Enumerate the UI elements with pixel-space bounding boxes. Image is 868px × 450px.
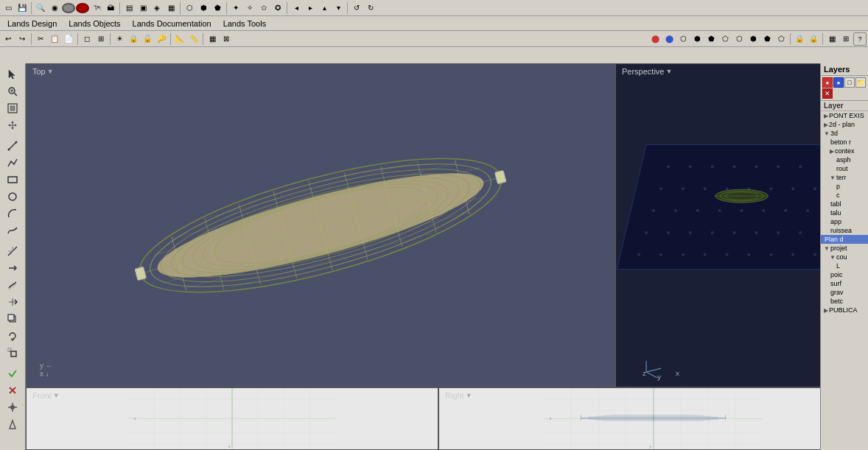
layer-asph[interactable]: asph [821,155,868,164]
tb-icon16[interactable]: ◂ [290,1,303,15]
layer-2d-plan[interactable]: ▶2d - plan [821,120,868,129]
tb-icon13[interactable]: ✧ [243,1,256,15]
tool-polyline[interactable] [4,155,21,171]
tb-icon18[interactable]: ▴ [318,1,331,15]
menu-lands-tools[interactable]: Lands Tools [217,18,273,29]
tb-new[interactable]: ▭ [1,1,15,15]
layer-beton[interactable]: beton r [821,138,868,147]
layer-projet[interactable]: ▼projet [821,244,868,253]
tool-arc[interactable] [4,205,21,222]
tb-globe[interactable]: ◉ [48,1,61,15]
tb3-icon4[interactable]: 📋 [48,32,61,46]
layer-app[interactable]: app [821,217,868,226]
layer-l[interactable]: L [821,261,868,270]
tool-close[interactable] [4,382,21,398]
tb-icon4[interactable]: 🏔 [104,1,117,15]
tb3-view10[interactable]: ⬠ [774,32,788,46]
layer-tabl[interactable]: tabl [821,200,868,208]
layer-ruissea[interactable]: ruissea [821,226,868,235]
tb3-icon7[interactable]: ⊞ [94,32,108,46]
tb3-icon3[interactable]: ✂ [34,32,47,46]
tb3-grid2[interactable]: ⊞ [839,32,853,46]
tb3-view7[interactable]: ⬡ [732,32,746,46]
tb-icon11[interactable]: ⬟ [211,1,224,15]
tb-icon7[interactable]: ◈ [150,1,164,15]
tool-zoom-extents[interactable] [4,100,21,116]
tb3-icon2[interactable]: ↪ [15,32,29,46]
tb3-view3[interactable]: ⬡ [676,32,690,46]
tb-icon17[interactable]: ▸ [304,1,317,15]
tb-icon5[interactable]: ▤ [122,1,136,15]
layer-poic[interactable]: poic [821,270,868,279]
tb3-lock2[interactable]: 🔒 [807,32,820,46]
tool-rectangle[interactable] [4,172,21,188]
tb-icon15[interactable]: ✪ [271,1,284,15]
tb-save[interactable]: 💾 [15,1,29,15]
tb-dot2[interactable] [76,3,89,13]
layer-pont-exis[interactable]: ▶PONT EXIS [821,111,868,120]
menu-lands-documentation[interactable]: Lands Documentation [127,18,217,29]
tb3-view2[interactable]: ⬤ [662,32,676,46]
tb-icon14[interactable]: ✩ [257,1,270,15]
tool-misc2[interactable] [4,416,21,432]
tb-icon21[interactable]: ↻ [364,1,377,15]
tool-circle[interactable] [4,189,21,205]
viewport-right[interactable]: Right ▼ [438,387,868,450]
tb3-lock1[interactable]: 🔒 [793,32,806,46]
tb3-icon13[interactable]: 📏 [187,32,200,46]
tb3-icon5[interactable]: 📄 [62,32,75,46]
tb3-view6[interactable]: ⬠ [718,32,732,46]
tb-icon9[interactable]: ⬡ [183,1,196,15]
layer-p[interactable]: p [821,182,868,191]
tb-dot1[interactable] [62,3,75,13]
tool-spline[interactable] [4,222,21,239]
menu-lands-design[interactable]: Lands Design [1,18,63,29]
tool-extend[interactable] [4,260,21,276]
tb-icon10[interactable]: ⬢ [197,1,210,15]
tb3-icon15[interactable]: ⊠ [220,32,233,46]
layer-context[interactable]: ▶contex [821,147,868,155]
tool-offset[interactable] [4,277,21,293]
layer-icon-red[interactable]: ● [822,77,833,88]
tb3-view1[interactable]: ⬤ [648,32,662,46]
tool-check[interactable] [4,365,21,382]
layer-grav[interactable]: grav [821,288,868,297]
tb3-grid1[interactable]: ▦ [825,32,839,46]
viewport-top[interactable]: Top ▼ [26,63,615,387]
tb-zoom[interactable]: 🔍 [34,1,47,15]
tb-icon3[interactable]: 🐄 [90,1,103,15]
tb3-help[interactable]: ? [853,32,867,46]
layer-icon-delete[interactable]: ✕ [822,88,833,99]
tb3-view5[interactable]: ⬟ [704,32,718,46]
layer-betc[interactable]: betc [821,297,868,306]
tb3-view9[interactable]: ⬟ [760,32,774,46]
tool-zoom-window[interactable] [4,83,21,99]
layer-publica[interactable]: ▶PUBLICA [821,306,868,314]
tb3-icon11[interactable]: 🔑 [155,32,168,46]
tool-pan[interactable] [4,117,21,133]
layer-cou[interactable]: ▼cou [821,253,868,261]
tool-move[interactable] [4,294,21,310]
tool-copy[interactable] [4,311,21,327]
layer-plan-d[interactable]: Plan d [821,235,868,244]
layer-icon-blue[interactable]: ● [833,77,844,88]
tb-icon6[interactable]: ▣ [136,1,150,15]
tb3-icon8[interactable]: ☀ [113,32,126,46]
tb-icon20[interactable]: ↺ [350,1,363,15]
layer-icon-folder[interactable]: 📁 [855,77,866,88]
tool-scale[interactable] [4,345,21,361]
tb3-icon1[interactable]: ↩ [1,32,15,46]
tb3-icon14[interactable]: ▦ [206,32,219,46]
layer-talu[interactable]: talu [821,208,868,217]
tool-select[interactable] [4,66,21,82]
layer-surf[interactable]: surf [821,279,868,288]
tb-icon19[interactable]: ▾ [332,1,345,15]
tb3-view4[interactable]: ⬢ [690,32,704,46]
layer-terr[interactable]: ▼terr [821,173,868,182]
layer-c[interactable]: c [821,191,868,200]
tb3-view8[interactable]: ⬢ [746,32,760,46]
tb3-icon12[interactable]: 📐 [173,32,186,46]
tb3-icon6[interactable]: ◻ [80,32,94,46]
tool-rotate[interactable] [4,328,21,344]
tool-line[interactable] [4,138,21,154]
